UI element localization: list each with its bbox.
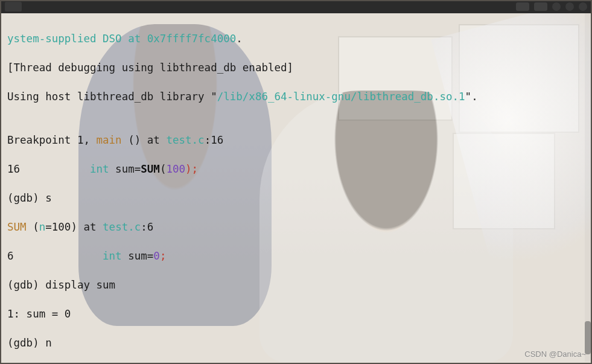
output-line: 6 int sum=0;	[7, 249, 590, 263]
output-line: ystem-supplied DSO at 0x7ffff7fc4000.	[7, 31, 590, 46]
output-line: [Thread debugging using libthread_db ena…	[7, 60, 590, 75]
titlebar-button-1[interactable]	[516, 2, 529, 11]
gdb-prompt-line: (gdb) display sum	[7, 278, 590, 292]
terminal-output[interactable]: ystem-supplied DSO at 0x7ffff7fc4000. [T…	[0, 13, 592, 364]
output-line: 1: sum = 0	[7, 307, 590, 321]
vertical-scrollbar[interactable]	[585, 13, 591, 362]
output-line: Breakpoint 1, main () at test.c:16	[7, 133, 590, 147]
gdb-prompt-line: (gdb) s	[7, 191, 590, 205]
window-titlebar	[0, 0, 592, 13]
titlebar-button-2[interactable]	[534, 2, 547, 11]
titlebar-left-button[interactable]	[5, 2, 22, 11]
maximize-icon[interactable]	[565, 2, 574, 11]
close-icon[interactable]	[579, 2, 587, 11]
gdb-prompt-line: (gdb) n	[7, 336, 590, 350]
output-line: SUM (n=100) at test.c:6	[7, 220, 590, 234]
watermark-text: CSDN @Danica~	[524, 347, 586, 362]
minimize-icon[interactable]	[552, 2, 561, 11]
output-line: Using host libthread_db library "/lib/x8…	[7, 89, 590, 104]
output-line: 16 int sum=SUM(100);	[7, 162, 590, 176]
